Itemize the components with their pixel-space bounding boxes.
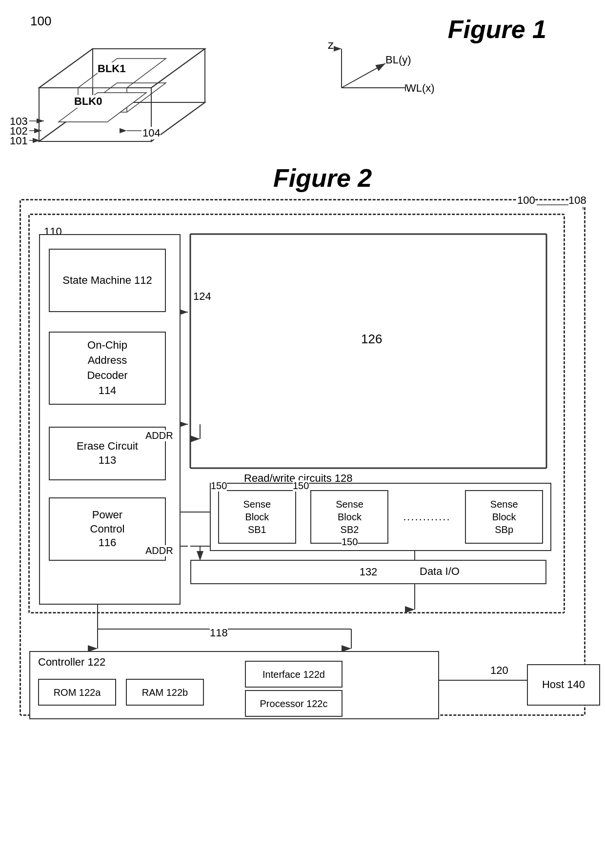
processor-label: Processor 122c — [260, 697, 328, 710]
host-label: Host 140 — [542, 678, 585, 692]
interface-label: Interface 122d — [262, 668, 325, 681]
ram-box: RAM 122b — [126, 679, 204, 706]
address-decoder-box: On-ChipAddressDecoder114 — [49, 332, 166, 405]
controller-label: Controller 122 — [38, 656, 105, 669]
fig2-label-150b: 150 — [293, 480, 309, 492]
svg-line-18 — [151, 49, 205, 88]
interface-box: Interface 122d — [245, 661, 343, 688]
svg-marker-8 — [39, 102, 205, 141]
fig1-blk0: BLK0 — [74, 95, 102, 108]
fig1-axis-bl: BL(y) — [385, 54, 411, 66]
address-decoder-label: On-ChipAddressDecoder114 — [87, 338, 127, 398]
sb2-label: SenseBlockSB2 — [336, 498, 363, 536]
fig1-label-100: 100 — [30, 14, 51, 29]
rom-label: ROM 122a — [54, 686, 101, 699]
bus-132-label: 132 — [360, 566, 378, 578]
erase-circuit-label: Erase Circuit113 — [77, 439, 138, 467]
ram-label: RAM 122b — [142, 686, 188, 699]
fig2-label-108: 108 — [568, 194, 586, 207]
sense-block-dots: ............ — [403, 511, 450, 523]
sense-block-sbp: SenseBlockSBp — [465, 490, 543, 544]
sb1-label: SenseBlockSB1 — [243, 498, 271, 536]
fig2-addr-top: ADDR — [145, 430, 173, 441]
fig1-blk1: BLK1 — [98, 62, 125, 75]
fig1-label-101: 101 — [10, 135, 28, 147]
host-box: Host 140 — [527, 664, 600, 706]
fig2-label-120: 120 — [490, 664, 508, 677]
sense-block-sb1: SenseBlockSB1 — [218, 490, 296, 544]
fig2-label-124: 124 — [193, 290, 211, 303]
fig2-data-io: Data I/O — [420, 565, 460, 579]
processor-box: Processor 122c — [245, 690, 343, 717]
power-control-label: Power Control 116 — [90, 508, 125, 550]
fig2-label-150a: 150 — [211, 480, 227, 492]
fig2-label-100: 100 — [517, 194, 535, 207]
fig1-label-104: 104 — [142, 127, 161, 139]
svg-line-24 — [342, 63, 385, 88]
bus-132: 132 — [190, 560, 546, 584]
fig1-axis-z: z — [328, 38, 334, 52]
figure2-title: Figure 2 — [273, 163, 372, 193]
rom-box: ROM 122a — [38, 679, 116, 706]
sense-blocks-area: SenseBlockSB1 SenseBlockSB2 ............… — [210, 483, 551, 551]
svg-marker-16 — [59, 93, 146, 122]
sense-block-sb2: SenseBlockSB2 — [310, 490, 388, 544]
fig2-label-118: 118 — [210, 627, 228, 639]
fig2-label-150c: 150 — [342, 536, 358, 548]
fig2-label-126: 126 — [361, 332, 382, 347]
state-machine-box: State Machine 112 — [49, 249, 166, 312]
figure1-title: Figure 1 — [448, 15, 546, 44]
controller-box: Controller 122 ROM 122a RAM 122b Interfa… — [29, 651, 439, 719]
sbp-label: SenseBlockSBp — [490, 498, 518, 536]
fig2-addr-bottom: ADDR — [145, 545, 173, 556]
state-machine-label: State Machine 112 — [62, 274, 152, 288]
fig1-axis-wl: WL(x) — [406, 82, 435, 95]
